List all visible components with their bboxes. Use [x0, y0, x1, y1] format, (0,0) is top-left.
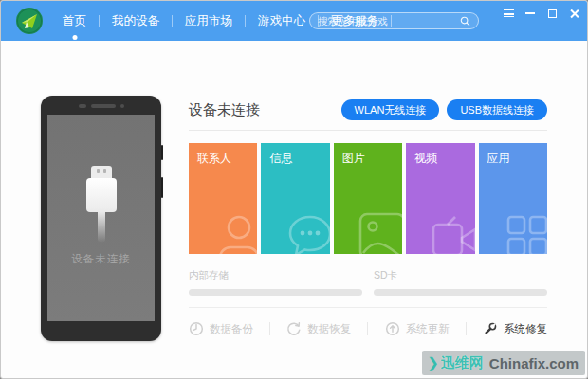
tile-videos[interactable]: 视频	[406, 143, 474, 254]
watermark-chevron-icon: ❯	[427, 354, 439, 371]
top-navbar: 首页 我的设备 应用市场 游戏中心 更多服务	[1, 1, 588, 41]
message-bubble-icon	[284, 209, 330, 254]
data-backup-button[interactable]: 数据备份	[189, 321, 253, 336]
actions-row: 数据备份 数据恢复 系统更新	[189, 321, 547, 336]
phone-screen: 设备未连接	[47, 115, 155, 321]
action-label: 系统更新	[406, 322, 450, 336]
nav-item-game-center[interactable]: 游戏中心	[246, 13, 318, 29]
header-divider	[189, 130, 547, 131]
tile-pictures[interactable]: 图片	[334, 143, 402, 254]
apps-grid-icon	[501, 209, 547, 254]
phone-side-button	[161, 177, 163, 198]
tile-label: 联系人	[197, 151, 231, 167]
phone-earpiece	[41, 104, 161, 108]
sd-card-storage-bar	[374, 289, 547, 296]
close-icon[interactable]	[566, 6, 581, 21]
update-arrow-icon	[385, 321, 400, 336]
backup-clock-icon	[189, 321, 204, 336]
watermark-domain: Chinafix.com	[489, 355, 579, 371]
actions-divider	[189, 307, 547, 308]
page-title: 设备未连接	[189, 101, 260, 119]
action-divider	[269, 322, 270, 335]
app-window: 首页 我的设备 应用市场 游戏中心 更多服务	[0, 0, 588, 379]
tile-contacts[interactable]: 联系人	[189, 143, 257, 254]
action-label: 系统修复	[504, 322, 547, 336]
connect-buttons: WLAN无线连接 USB数据线连接	[341, 99, 547, 120]
tile-label: 应用	[487, 151, 510, 167]
video-camera-icon	[429, 209, 475, 254]
tile-label: 视频	[414, 151, 437, 167]
minimize-icon[interactable]	[523, 6, 538, 21]
internal-storage: 内部存储	[189, 269, 362, 296]
phone-preview: 设备未连接	[41, 96, 161, 341]
window-controls	[501, 6, 581, 21]
search-input[interactable]	[318, 15, 460, 27]
repair-wrench-icon	[483, 321, 498, 336]
action-label: 数据恢复	[307, 322, 351, 336]
app-logo-icon[interactable]	[16, 8, 43, 34]
main-panel: 设备未连接 WLAN无线连接 USB数据线连接 联系人 信息	[189, 99, 547, 336]
watermark-site-name: 迅维网	[441, 354, 484, 372]
internal-storage-bar	[189, 289, 362, 296]
usb-connect-button[interactable]: USB数据线连接	[447, 99, 547, 120]
restore-arrow-icon	[286, 321, 302, 336]
search-icon[interactable]	[460, 16, 470, 27]
action-label: 数据备份	[210, 322, 253, 336]
tile-apps[interactable]: 应用	[479, 143, 547, 254]
phone-status-text: 设备未连接	[71, 252, 131, 266]
storage-label: 内部存储	[189, 269, 362, 282]
contacts-person-icon	[211, 209, 257, 254]
storage-label: SD卡	[374, 269, 547, 282]
search-box[interactable]	[309, 12, 479, 29]
paper-plane-logo-icon	[16, 8, 43, 34]
phone-side-button	[161, 145, 163, 160]
nav-item-app-market[interactable]: 应用市场	[173, 13, 245, 29]
site-watermark: ❯ 迅维网 Chinafix.com	[422, 351, 585, 375]
system-update-button[interactable]: 系统更新	[385, 321, 450, 336]
tile-messages[interactable]: 信息	[261, 143, 329, 254]
wlan-connect-button[interactable]: WLAN无线连接	[341, 99, 440, 120]
data-restore-button[interactable]: 数据恢复	[286, 321, 351, 336]
maximize-icon[interactable]	[544, 6, 560, 21]
sd-card-storage: SD卡	[374, 269, 547, 296]
menu-icon[interactable]	[501, 6, 516, 21]
picture-icon	[356, 209, 402, 254]
nav-item-my-devices[interactable]: 我的设备	[100, 13, 172, 29]
active-tab-indicator-dot	[72, 35, 77, 40]
tile-label: 信息	[269, 151, 292, 167]
nav-item-label: 首页	[63, 14, 86, 27]
storage-section: 内部存储 SD卡	[189, 269, 547, 296]
action-divider	[466, 322, 467, 335]
action-divider	[367, 322, 368, 335]
category-tiles: 联系人 信息 图片	[189, 143, 547, 254]
system-repair-button[interactable]: 系统修复	[483, 321, 547, 336]
usb-plug-icon	[86, 166, 117, 243]
tile-label: 图片	[342, 151, 365, 167]
nav-item-home[interactable]: 首页	[50, 13, 99, 29]
